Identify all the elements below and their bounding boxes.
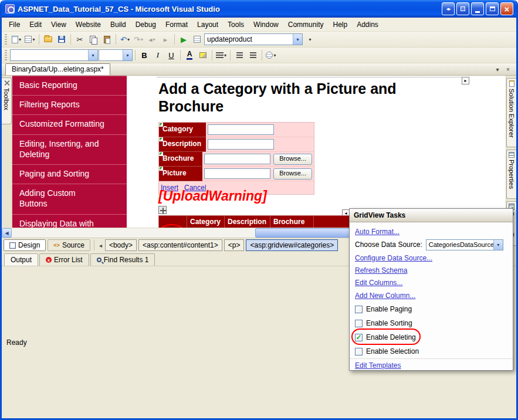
picture-browse-button[interactable]: Browse...	[273, 168, 312, 179]
design-view-tab[interactable]: Design	[4, 239, 46, 251]
copy-button[interactable]	[87, 33, 100, 46]
scroll-left-button[interactable]: ◀	[2, 228, 12, 238]
italic-button[interactable]: I	[151, 49, 164, 62]
edit-columns-row: Edit Columns...	[350, 276, 513, 289]
sidebar-item-displaying-datalist[interactable]: Displaying Data with the DataList and Re…	[12, 214, 127, 228]
sidebar-item-basic-reporting[interactable]: Basic Reporting	[12, 76, 127, 95]
menu-help[interactable]: Help	[328, 19, 352, 31]
new-website-button[interactable]: ▾	[10, 33, 23, 46]
sidebar-item-customized-formatting[interactable]: Customized Formatting	[12, 114, 127, 134]
save-button[interactable]	[55, 33, 68, 46]
menu-file[interactable]: File	[4, 19, 25, 31]
menu-edit[interactable]: Edit	[25, 19, 46, 31]
breadcrumb-body[interactable]: <body>	[105, 239, 137, 251]
redo-button[interactable]: ↷▾	[132, 33, 145, 46]
picture-file-input[interactable]	[204, 168, 270, 179]
aux-nav-button[interactable]: ◂▸	[442, 2, 455, 15]
source-view-tab[interactable]: <>Source	[48, 239, 90, 251]
combo-dropdown-button[interactable]: ▾	[123, 50, 132, 60]
sidebar-item-adding-custom-buttons[interactable]: Adding Custom Buttons	[12, 184, 127, 214]
enable-sorting-checkbox[interactable]: ✓	[355, 320, 363, 327]
undo-button[interactable]: ↶▾	[119, 33, 131, 46]
add-item-button[interactable]: ▾	[23, 33, 36, 46]
toolbar-options-button[interactable]: ▾	[303, 33, 316, 46]
brochure-file-input[interactable]	[204, 154, 270, 164]
solution-explorer-tab[interactable]: Solution Explorer	[506, 78, 516, 147]
font-name-combobox[interactable]: ▾	[10, 49, 98, 61]
menu-view[interactable]: View	[46, 19, 71, 31]
control-marker-icon	[159, 123, 163, 127]
edit-columns-link[interactable]: Edit Columns...	[355, 279, 402, 287]
breadcrumb-p[interactable]: <p>	[224, 239, 245, 251]
enable-paging-checkbox[interactable]: ✓	[355, 306, 363, 313]
navigate-back-button[interactable]: ◂▾	[145, 33, 158, 46]
aux-pin-button[interactable]	[456, 2, 469, 15]
error-list-tab[interactable]: xError List	[39, 253, 89, 266]
choose-data-source-label: Choose Data Source:	[355, 241, 422, 249]
refresh-schema-link[interactable]: Refresh Schema	[355, 266, 407, 275]
document-tab[interactable]: BinaryData/Up...eleting.aspx*	[5, 63, 110, 75]
hyperlink-icon	[266, 52, 273, 59]
sidebar-item-filtering-reports[interactable]: Filtering Reports	[12, 95, 127, 114]
add-new-column-link[interactable]: Add New Column...	[355, 292, 415, 300]
gridview-move-handle[interactable]	[158, 206, 167, 214]
output-tab[interactable]: Output	[4, 253, 38, 266]
highlight-button[interactable]	[197, 49, 209, 62]
sidebar-item-paging-sorting[interactable]: Paging and Sorting	[12, 164, 127, 184]
menu-debug[interactable]: Debug	[131, 19, 161, 31]
breadcrumb-gridview[interactable]: <asp:gridview#categories>	[246, 239, 338, 251]
menu-layout[interactable]: Layout	[192, 19, 223, 31]
combo-dropdown-button[interactable]: ▾	[88, 50, 97, 60]
numbered-list-button[interactable]	[246, 49, 259, 62]
toolbox-tab[interactable]: Toolbox	[2, 77, 12, 124]
find-results-tab[interactable]: Find Results 1	[90, 253, 155, 266]
content-smart-tag[interactable]: ▸	[462, 77, 469, 84]
restore-button[interactable]	[486, 2, 499, 15]
hyperlink-button[interactable]: ▾	[265, 49, 277, 62]
underline-button[interactable]: U	[165, 49, 178, 62]
combo-dropdown-button[interactable]: ▾	[493, 240, 503, 250]
category-input[interactable]	[208, 124, 274, 135]
edit-templates-link[interactable]: Edit Templates	[355, 361, 401, 370]
enable-deleting-checkbox[interactable]: ✓	[355, 334, 363, 341]
cut-button[interactable]: ✂	[73, 33, 86, 46]
tab-list-button[interactable]: ▾	[493, 65, 502, 74]
breadcrumb-content[interactable]: <asp:content#content1>	[138, 239, 222, 251]
auto-format-link[interactable]: Auto Format...	[355, 228, 399, 236]
menu-addins[interactable]: Addins	[352, 19, 383, 31]
start-debug-button[interactable]: ▶	[177, 33, 190, 46]
menu-build[interactable]: Build	[106, 19, 131, 31]
description-input[interactable]	[208, 139, 274, 150]
align-left-icon	[216, 52, 224, 59]
breadcrumb-back-button[interactable]: ◂	[98, 242, 103, 249]
data-source-combobox[interactable]: CategoriesDataSource ▾	[426, 239, 503, 250]
paste-icon	[104, 36, 110, 43]
toolbar-grip[interactable]	[5, 50, 7, 60]
sidebar-item-editing-inserting-deleting[interactable]: Editing, Inserting, and Deleting	[12, 134, 127, 164]
menu-community[interactable]: Community	[283, 19, 329, 31]
url-combobox[interactable]: updateproduct ▾	[204, 33, 303, 45]
font-size-combobox[interactable]: ▾	[99, 49, 133, 61]
menu-tools[interactable]: Tools	[223, 19, 249, 31]
close-button[interactable]: ×	[500, 2, 513, 15]
configure-data-source-link[interactable]: Configure Data Source...	[355, 254, 432, 262]
paste-button[interactable]	[100, 33, 113, 46]
bullet-list-button[interactable]	[233, 49, 246, 62]
menu-format[interactable]: Format	[161, 19, 192, 31]
combo-dropdown-button[interactable]: ▾	[293, 34, 302, 45]
align-button[interactable]: ▾	[215, 49, 228, 62]
brochure-browse-button[interactable]: Browse...	[273, 154, 312, 165]
data-source-value: CategoriesDataSource	[426, 241, 493, 248]
properties-tab[interactable]: Properties	[506, 150, 516, 199]
menu-website[interactable]: Website	[71, 19, 106, 31]
toolbar-grip[interactable]	[5, 34, 7, 45]
menu-window[interactable]: Window	[249, 19, 283, 31]
bold-button[interactable]: B	[138, 49, 151, 62]
minimize-button[interactable]	[471, 2, 484, 15]
open-file-button[interactable]	[42, 33, 55, 46]
font-color-button[interactable]: A	[183, 49, 196, 62]
navigate-forward-button[interactable]: ▸	[159, 33, 172, 46]
tab-close-button[interactable]: ×	[503, 65, 513, 74]
browse-with-button[interactable]	[191, 33, 204, 46]
enable-selection-checkbox[interactable]: ✓	[355, 348, 363, 355]
